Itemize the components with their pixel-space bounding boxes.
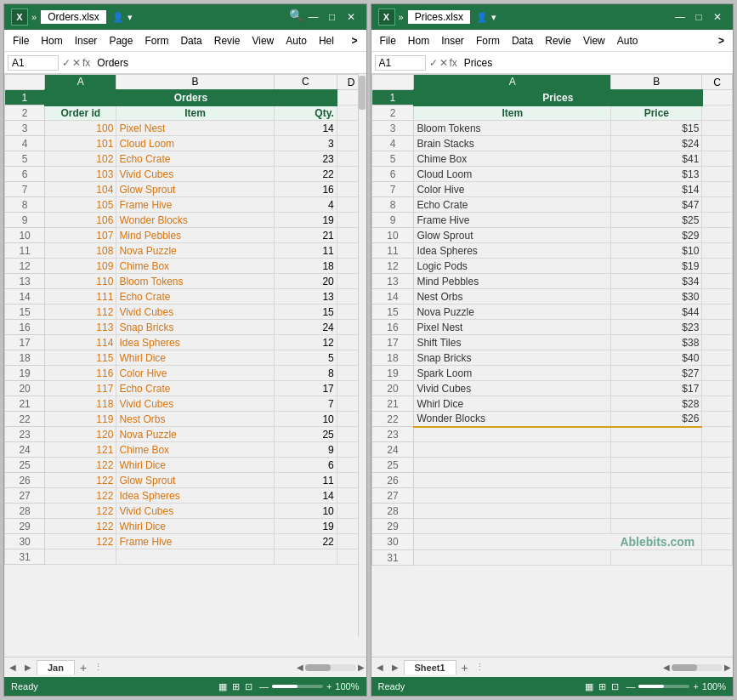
prices-main-header[interactable]: Prices <box>414 90 702 105</box>
orders-hscroll-left[interactable]: ◀ <box>297 663 303 672</box>
prices-row-11[interactable]: 11 Idea Spheres $10 <box>371 243 733 259</box>
prices-row-12[interactable]: 12 Logic Pods $19 <box>371 259 733 274</box>
orders-row-15[interactable]: 15 112 Vivid Cubes 15 <box>5 304 366 320</box>
prices-formula-input[interactable] <box>461 56 729 70</box>
prices-row-3[interactable]: 3 Bloom Tokens $15 <box>371 121 733 136</box>
prices-row-19[interactable]: 19 Spark Loom $27 <box>371 366 733 381</box>
prices-tab-prev[interactable]: ◀ <box>373 663 387 672</box>
orders-row-30[interactable]: 30 122 Frame Hive 22 <box>5 534 366 549</box>
orders-hscroll[interactable]: ◀ ▶ <box>297 663 365 672</box>
prices-view-break[interactable]: ⊡ <box>611 681 619 692</box>
prices-add-sheet-btn[interactable]: + <box>458 661 472 674</box>
orders-row-4[interactable]: 4 101 Cloud Loom 3 <box>5 136 366 151</box>
prices-menu-form[interactable]: Form <box>471 33 505 48</box>
orders-row-18[interactable]: 18 115 Whirl Dice 5 <box>5 350 366 366</box>
prices-dropdown-icon[interactable]: ▾ <box>491 12 496 23</box>
prices-row-21[interactable]: 21 Whirl Dice $28 <box>371 396 733 412</box>
prices-view-normal[interactable]: ▦ <box>585 681 593 692</box>
orders-add-sheet-btn[interactable]: + <box>77 661 90 674</box>
orders-view-break[interactable]: ⊡ <box>245 681 252 692</box>
orders-row-13[interactable]: 13 110 Bloom Tokens 20 <box>5 274 366 289</box>
orders-row-11[interactable]: 11 108 Nova Puzzle 11 <box>5 243 366 259</box>
orders-cell-ref[interactable] <box>8 55 59 71</box>
orders-row-26[interactable]: 26 122 Glow Sprout 11 <box>5 473 366 488</box>
orders-menu-review[interactable]: Revie <box>209 33 246 48</box>
prices-zoom-in[interactable]: + <box>693 681 698 691</box>
orders-tab-prev[interactable]: ◀ <box>6 663 20 672</box>
prices-menu-insert[interactable]: Inser <box>436 33 469 48</box>
orders-sheet-options[interactable]: ⋮ <box>94 662 103 673</box>
orders-row-28[interactable]: 28 122 Vivid Cubes 10 <box>5 504 366 519</box>
prices-row-14[interactable]: 14 Nest Orbs $30 <box>371 289 733 304</box>
orders-scrollbar[interactable] <box>358 74 366 636</box>
orders-row-23[interactable]: 23 120 Nova Puzzle 25 <box>5 427 366 442</box>
orders-view-page[interactable]: ⊞ <box>232 681 240 692</box>
orders-tab-next[interactable]: ▶ <box>21 663 35 672</box>
orders-maximize-btn[interactable]: □ <box>324 9 341 26</box>
prices-menu-home[interactable]: Hom <box>403 33 434 48</box>
prices-hscroll-right[interactable]: ▶ <box>724 663 731 672</box>
prices-row-8[interactable]: 8 Echo Crate $47 <box>371 197 733 213</box>
orders-row-7[interactable]: 7 104 Glow Sprout 16 <box>5 182 366 197</box>
orders-row-19[interactable]: 19 116 Color Hive 8 <box>5 366 366 381</box>
prices-col-B[interactable]: B <box>611 75 702 90</box>
orders-menu-data[interactable]: Data <box>175 33 207 48</box>
prices-row-18[interactable]: 18 Snap Bricks $40 <box>371 350 733 366</box>
prices-zoom-out[interactable]: — <box>626 681 635 691</box>
prices-col-A[interactable]: A <box>414 75 611 90</box>
orders-row-6[interactable]: 6 103 Vivid Cubes 22 <box>5 167 366 182</box>
orders-row-24[interactable]: 24 121 Chime Box 9 <box>5 442 366 458</box>
prices-minimize-btn[interactable]: — <box>672 9 689 26</box>
prices-row-15[interactable]: 15 Nova Puzzle $44 <box>371 304 733 320</box>
prices-row-20[interactable]: 20 Vivid Cubes $17 <box>371 381 733 396</box>
prices-fx-cancel[interactable]: ✕ <box>439 57 448 69</box>
orders-fx-check[interactable]: ✓ <box>62 57 71 69</box>
orders-row-10[interactable]: 10 107 Mind Pebbles 21 <box>5 228 366 243</box>
prices-menu-review[interactable]: Revie <box>540 33 576 48</box>
orders-zoom-out[interactable]: — <box>259 681 269 691</box>
orders-row-8[interactable]: 8 105 Frame Hive 4 <box>5 197 366 213</box>
orders-row-21[interactable]: 21 118 Vivid Cubes 7 <box>5 396 366 412</box>
prices-sheet-tab-sheet1[interactable]: Sheet1 <box>404 660 456 674</box>
prices-tab-next[interactable]: ▶ <box>388 663 402 672</box>
orders-col-C[interactable]: C <box>274 75 337 90</box>
prices-row-9[interactable]: 9 Frame Hive $25 <box>371 213 733 228</box>
orders-row-5[interactable]: 5 102 Echo Crate 23 <box>5 151 366 167</box>
orders-search-icon[interactable]: 🔍 <box>289 9 303 26</box>
prices-filename[interactable]: Prices.xlsx <box>407 9 471 25</box>
orders-menu-auto[interactable]: Auto <box>281 33 312 48</box>
prices-row-5[interactable]: 5 Chime Box $41 <box>371 151 733 167</box>
orders-row-27[interactable]: 27 122 Idea Spheres 14 <box>5 488 366 504</box>
orders-col-B[interactable]: B <box>116 75 274 90</box>
orders-zoom-in[interactable]: + <box>326 681 332 691</box>
orders-menu-more[interactable]: > <box>346 33 362 48</box>
orders-row-14[interactable]: 14 111 Echo Crate 13 <box>5 289 366 304</box>
prices-menu-file[interactable]: File <box>375 33 401 48</box>
prices-row-17[interactable]: 17 Shift Tiles $38 <box>371 335 733 350</box>
orders-filename[interactable]: Orders.xlsx <box>40 9 107 25</box>
prices-row-22[interactable]: 22 Wonder Blocks $26 <box>371 412 733 427</box>
prices-row-10[interactable]: 10 Glow Sprout $29 <box>371 228 733 243</box>
orders-minimize-btn[interactable]: — <box>305 9 322 26</box>
orders-view-normal[interactable]: ▦ <box>218 681 227 692</box>
orders-fx-cancel[interactable]: ✕ <box>72 57 81 69</box>
orders-formula-input[interactable] <box>94 56 362 70</box>
orders-row-17[interactable]: 17 114 Idea Spheres 12 <box>5 335 366 350</box>
prices-sheet-options[interactable]: ⋮ <box>475 662 485 673</box>
prices-close-btn[interactable]: ✕ <box>709 9 726 26</box>
orders-row-22[interactable]: 22 119 Nest Orbs 10 <box>5 412 366 427</box>
orders-menu-view[interactable]: View <box>247 33 279 48</box>
prices-hscroll-left[interactable]: ◀ <box>663 663 670 672</box>
orders-row-25[interactable]: 25 122 Whirl Dice 6 <box>5 458 366 473</box>
orders-menu-file[interactable]: File <box>8 33 34 48</box>
orders-menu-form[interactable]: Form <box>139 33 173 48</box>
prices-row-6[interactable]: 6 Cloud Loom $13 <box>371 167 733 182</box>
prices-cell-ref[interactable] <box>375 55 426 71</box>
prices-view-page[interactable]: ⊞ <box>598 681 606 692</box>
orders-menu-page[interactable]: Page <box>104 33 138 48</box>
orders-row-3[interactable]: 3 100 Pixel Nest 14 <box>5 121 366 136</box>
prices-row-4[interactable]: 4 Brain Stacks $24 <box>371 136 733 151</box>
orders-col-A[interactable]: A <box>45 75 116 90</box>
prices-fx-check[interactable]: ✓ <box>429 57 438 69</box>
orders-menu-insert[interactable]: Inser <box>70 33 103 48</box>
